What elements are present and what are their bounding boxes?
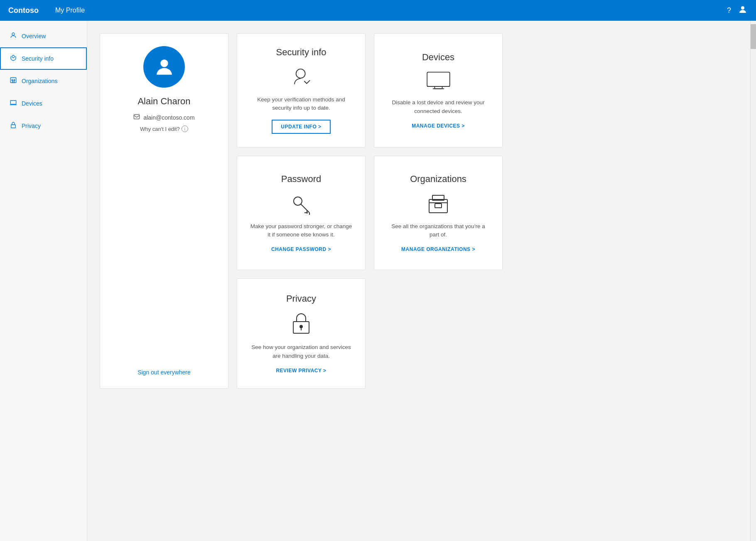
sidebar-item-security-info[interactable]: Security info — [0, 47, 87, 70]
sidebar-item-overview[interactable]: Overview — [0, 25, 87, 47]
laptop-icon — [9, 99, 17, 108]
security-info-card: Security info Keep your verification met… — [237, 33, 366, 148]
sign-out-link[interactable]: Sign out everywhere — [137, 369, 191, 376]
svg-rect-5 — [14, 80, 15, 81]
svg-rect-10 — [134, 115, 140, 119]
organizations-desc: See all the organizations that you're a … — [387, 222, 490, 239]
change-password-link[interactable]: CHANGE PASSWORD > — [271, 246, 331, 252]
svg-point-2 — [12, 55, 15, 58]
svg-line-15 — [301, 204, 309, 213]
review-privacy-link[interactable]: REVIEW PRIVACY > — [276, 368, 326, 374]
sidebar-item-devices[interactable]: Devices — [0, 92, 87, 115]
svg-point-1 — [12, 33, 15, 35]
svg-rect-8 — [11, 125, 16, 128]
security-info-desc: Keep your verification methods and secur… — [250, 96, 353, 113]
profile-email-row: alain@contoso.com — [133, 113, 194, 121]
sidebar: Overview Security info Organ — [0, 21, 87, 541]
edit-note: Why can't I edit? i — [140, 125, 188, 132]
organizations-title: Organizations — [410, 174, 466, 184]
privacy-desc: See how your organization and services a… — [250, 343, 353, 360]
feature-cards-row-2: Password Make your password stronger, or… — [237, 156, 738, 270]
cards-grid: Alain Charon alain@contoso.com Why can't… — [100, 33, 738, 389]
svg-rect-4 — [12, 80, 12, 81]
password-icon — [289, 192, 314, 216]
info-circle-icon[interactable]: i — [182, 125, 188, 132]
manage-organizations-link[interactable]: MANAGE ORGANIZATIONS > — [401, 246, 475, 252]
help-icon[interactable]: ? — [727, 6, 731, 15]
update-info-button[interactable]: UPDATE INFO > — [272, 120, 330, 134]
security-info-icon — [290, 65, 313, 90]
manage-devices-link[interactable]: MANAGE DEVICES > — [412, 123, 465, 129]
password-desc: Make your password stronger, or change i… — [250, 222, 353, 239]
topbar-icons: ? — [727, 5, 748, 17]
svg-point-0 — [741, 6, 744, 10]
sidebar-item-privacy[interactable]: Privacy — [0, 115, 87, 137]
svg-rect-19 — [429, 199, 447, 213]
password-title: Password — [281, 174, 322, 184]
lock-icon — [9, 121, 17, 130]
svg-rect-3 — [10, 78, 16, 83]
svg-point-9 — [160, 59, 168, 67]
feature-cards-container: Security info Keep your verification met… — [237, 33, 738, 389]
organizations-card: Organizations See all the organizations … — [374, 156, 503, 270]
sidebar-overview-label: Overview — [22, 33, 46, 39]
profile-card: Alain Charon alain@contoso.com Why can't… — [100, 33, 228, 389]
security-info-title: Security info — [276, 47, 326, 58]
brand-name: Contoso — [8, 6, 39, 15]
password-card: Password Make your password stronger, or… — [237, 156, 366, 270]
user-account-icon[interactable] — [738, 5, 748, 17]
email-icon — [133, 113, 140, 121]
feature-cards-row-3: Privacy See how your organization and se… — [237, 278, 738, 389]
svg-rect-21 — [435, 204, 442, 208]
profile-email-value: alain@contoso.com — [143, 114, 194, 121]
avatar — [143, 46, 185, 88]
person-icon — [9, 32, 17, 41]
feature-cards-row-1: Security info Keep your verification met… — [237, 33, 738, 148]
scrollbar-thumb[interactable] — [751, 24, 756, 49]
privacy-title: Privacy — [286, 293, 316, 304]
main-layout: Overview Security info Organ — [0, 21, 756, 541]
svg-rect-6 — [12, 81, 15, 83]
organizations-icon — [426, 192, 451, 216]
page-scrollbar[interactable] — [750, 21, 756, 541]
shield-icon — [9, 54, 17, 63]
building-icon — [9, 76, 17, 86]
sidebar-security-label: Security info — [22, 55, 54, 62]
profile-name: Alain Charon — [137, 96, 190, 107]
sidebar-organizations-label: Organizations — [22, 78, 57, 84]
sidebar-item-organizations[interactable]: Organizations — [0, 70, 87, 92]
main-content: Alain Charon alain@contoso.com Why can't… — [87, 21, 750, 541]
page-title: My Profile — [55, 7, 85, 14]
devices-desc: Disable a lost device and review your co… — [387, 98, 490, 116]
devices-title: Devices — [422, 52, 454, 63]
svg-rect-12 — [427, 72, 450, 87]
devices-card: Devices Disable a lost device and review… — [374, 33, 503, 148]
sidebar-privacy-label: Privacy — [22, 123, 41, 129]
svg-point-11 — [296, 69, 305, 78]
sidebar-devices-label: Devices — [22, 100, 42, 107]
privacy-icon — [291, 312, 312, 337]
topbar: Contoso My Profile ? — [0, 0, 756, 21]
svg-rect-7 — [10, 101, 16, 104]
devices-icon — [425, 70, 452, 93]
privacy-card: Privacy See how your organization and se… — [237, 278, 366, 389]
svg-point-23 — [300, 325, 302, 328]
